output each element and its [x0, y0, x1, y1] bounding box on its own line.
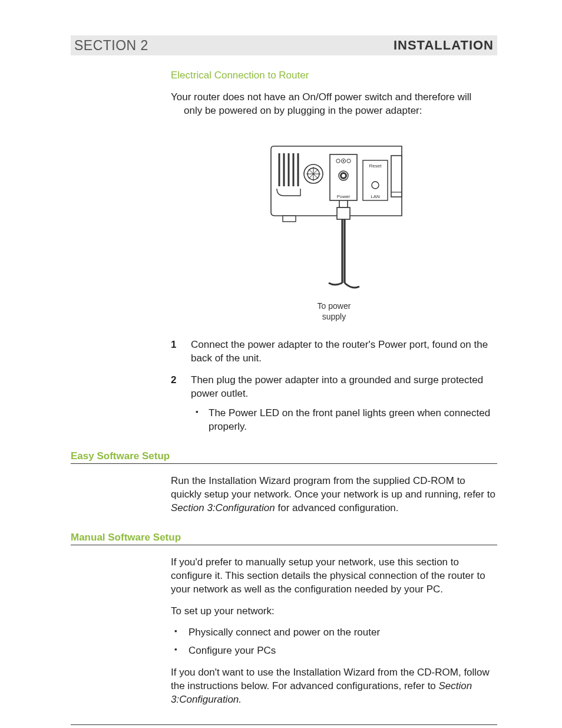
svg-point-14 — [343, 160, 344, 162]
steps-list: Connect the power adapter to the router'… — [171, 338, 497, 434]
manual-para-1: If you'd prefer to manually setup your n… — [171, 556, 497, 597]
power-port-label: Power — [337, 194, 351, 199]
manual-bullet-1-text: Physically connect and power on the rout… — [189, 627, 380, 638]
lan-port-label: LAN — [371, 194, 380, 199]
reset-label: Reset — [369, 163, 382, 169]
easy-setup-italic: Section 3:Configuration — [171, 502, 275, 513]
manual-bullet-2-text: Configure your PCs — [189, 645, 276, 656]
svg-rect-22 — [283, 216, 296, 222]
router-diagram-icon: Power Reset LAN — [260, 141, 408, 301]
heading-easy-setup: Easy Software Setup — [71, 450, 497, 462]
step-2-text: Then plug the power adapter into a groun… — [191, 374, 483, 399]
figure-caption: To power supply — [171, 301, 497, 322]
svg-rect-23 — [337, 207, 350, 219]
manual-bullet-2: Configure your PCs — [171, 644, 497, 658]
heading-manual-setup: Manual Software Setup — [71, 532, 497, 543]
manual-bullets: Physically connect and power on the rout… — [171, 626, 497, 658]
intro-line-1: Your router does not have an On/Off powe… — [171, 91, 471, 103]
header-bar: SECTION 2 INSTALLATION — [71, 35, 497, 55]
rule-manual-setup — [71, 545, 497, 545]
step-2-bullet-1-text: The Power LED on the front panel lights … — [209, 407, 490, 432]
heading-electrical-connection: Electrical Connection to Router — [171, 70, 497, 81]
header-section-label: SECTION 2 — [74, 38, 148, 54]
step-2: Then plug the power adapter into a groun… — [171, 374, 497, 434]
easy-setup-para: Run the Installation Wizard program from… — [171, 475, 497, 515]
header-title: INSTALLATION — [394, 38, 494, 53]
svg-rect-20 — [391, 156, 402, 197]
content: Electrical Connection to Router Your rou… — [71, 70, 497, 707]
step-2-bullet-1: The Power LED on the front panel lights … — [191, 407, 497, 434]
easy-setup-post: for advanced configuration. — [275, 502, 399, 513]
caption-line-1: To power — [318, 301, 351, 311]
footer-rule — [71, 724, 497, 725]
router-figure: Power Reset LAN To power sup — [171, 141, 497, 322]
manual-para-2: To set up your network: — [171, 605, 497, 618]
step-1: Connect the power adapter to the router'… — [171, 338, 497, 365]
rule-easy-setup — [71, 463, 497, 464]
caption-line-2: supply — [322, 312, 346, 321]
manual-bullet-1: Physically connect and power on the rout… — [171, 626, 497, 640]
easy-setup-block: Easy Software Setup — [71, 450, 497, 464]
intro-paragraph: Your router does not have an On/Off powe… — [171, 91, 497, 118]
intro-line-2: only be powered on by plugging in the po… — [171, 105, 422, 116]
manual-setup-block: Manual Software Setup — [71, 532, 497, 545]
step-2-sublist: The Power LED on the front panel lights … — [191, 407, 497, 434]
easy-setup-pre: Run the Installation Wizard program from… — [171, 475, 495, 500]
page: SECTION 2 INSTALLATION Electrical Connec… — [0, 0, 562, 728]
step-1-text: Connect the power adapter to the router'… — [191, 339, 488, 364]
manual-para-3: If you don't want to use the Installatio… — [171, 666, 497, 707]
